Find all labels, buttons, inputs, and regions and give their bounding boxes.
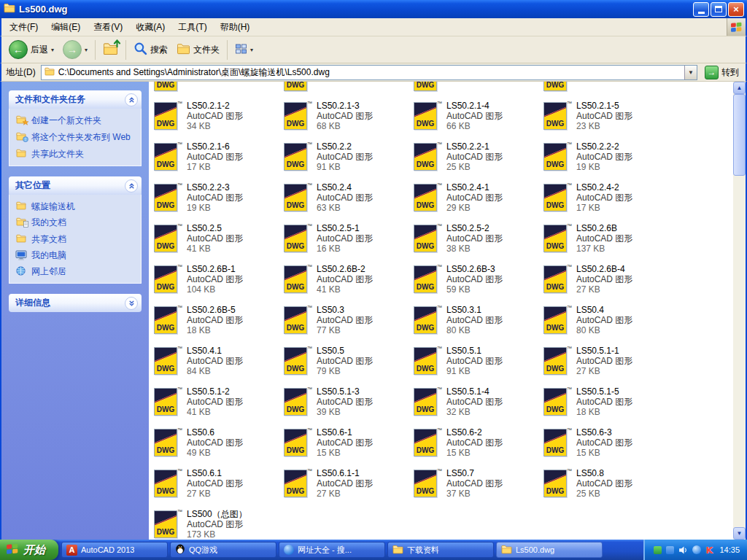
scroll-up-button[interactable]: ▲	[733, 82, 746, 94]
sidebar: 文件和文件夹任务创建一个新文件夹将这个文件夹发布到 Web共享此文件夹其它位置螺…	[1, 82, 149, 540]
network-tray-icon[interactable]	[692, 545, 701, 554]
sidebar-item[interactable]: 我的文档	[15, 217, 136, 228]
file-item[interactable]: DWG™LS50.5.1-3AutoCAD 图形39 KB	[283, 381, 413, 422]
file-item[interactable]: DWG™LS50.2.6B-5AutoCAD 图形18 KB	[153, 300, 283, 341]
volume-icon[interactable]	[678, 545, 688, 555]
taskbar-task-button[interactable]: Ls500.dwg	[496, 542, 603, 558]
sidebar-item[interactable]: 螺旋输送机	[15, 201, 136, 211]
taskbar-task-button[interactable]: AAutoCAD 2013	[61, 542, 168, 558]
up-button[interactable]	[99, 40, 122, 60]
file-item[interactable]: DWG™LS50.2.4-1AutoCAD 图形29 KB	[413, 177, 543, 218]
file-item[interactable]: DWG™LS50.6-1AutoCAD 图形15 KB	[283, 422, 413, 463]
forward-button[interactable]: → ▾	[59, 38, 91, 61]
file-item[interactable]: DWG™LS50.2.2-2AutoCAD 图形19 KB	[543, 136, 673, 177]
menu-item[interactable]: 编辑(E)	[44, 18, 87, 36]
file-item[interactable]: DWG™LS50.5.1-1AutoCAD 图形27 KB	[543, 341, 673, 381]
partial-file-item[interactable]: DWG™	[413, 82, 543, 92]
file-item[interactable]: DWG™LS50.6AutoCAD 图形49 KB	[153, 422, 283, 463]
blue-app-icon[interactable]	[666, 546, 674, 554]
sidebar-item[interactable]: 共享此文件夹	[15, 149, 136, 159]
file-item[interactable]: DWG™LS50.2.5-1AutoCAD 图形16 KB	[283, 218, 413, 259]
file-item[interactable]: DWG™LS50.6-3AutoCAD 图形15 KB	[543, 422, 673, 463]
file-item[interactable]: DWG™LS50.2.6B-2AutoCAD 图形41 KB	[283, 259, 413, 300]
sidebar-section-header[interactable]: 文件和文件夹任务	[9, 90, 142, 109]
sidebar-item[interactable]: 共享文档	[15, 234, 136, 244]
taskbar-task-button[interactable]: QQ游戏	[170, 542, 276, 558]
menu-item[interactable]: 文件(F)	[3, 18, 44, 36]
scroll-down-button[interactable]: ▼	[733, 527, 746, 540]
sidebar-item[interactable]: 创建一个新文件夹	[15, 115, 136, 126]
folders-button[interactable]: 文件夹	[173, 41, 223, 59]
menu-item[interactable]: 查看(V)	[87, 18, 129, 36]
partial-file-item[interactable]: DWG™	[283, 82, 413, 92]
file-type: AutoCAD 图形	[446, 315, 503, 325]
partial-file-item[interactable]: DWG™	[153, 82, 283, 92]
file-item[interactable]: DWG™LS50.2.4-2AutoCAD 图形17 KB	[543, 177, 673, 218]
file-item[interactable]: DWG™LS50.2.2-3AutoCAD 图形19 KB	[153, 177, 283, 218]
menu-item[interactable]: 工具(T)	[171, 18, 213, 36]
file-item[interactable]: DWG™LS50.4AutoCAD 图形80 KB	[543, 300, 673, 341]
k-app-icon[interactable]: K	[705, 545, 713, 556]
file-item[interactable]: DWG™LS50.2.1-6AutoCAD 图形17 KB	[153, 136, 283, 177]
file-type: AutoCAD 图形	[317, 152, 373, 162]
file-item[interactable]: DWG™LS50.4.1AutoCAD 图形84 KB	[153, 341, 283, 381]
sidebar-item[interactable]: 我的电脑	[15, 250, 136, 260]
file-item[interactable]: DWG™LS50.2.6B-1AutoCAD 图形104 KB	[153, 259, 283, 300]
file-item[interactable]: DWG™LS50.5.1-4AutoCAD 图形32 KB	[413, 381, 543, 422]
sidebar-section-title: 文件和文件夹任务	[15, 93, 85, 106]
start-button[interactable]: 开始	[0, 540, 58, 560]
sidebar-section-header[interactable]: 其它位置	[9, 176, 142, 195]
file-type: AutoCAD 图形	[187, 111, 243, 121]
file-item[interactable]: DWG™LS50.7AutoCAD 图形37 KB	[413, 463, 543, 504]
file-item[interactable]: DWG™LS50.6.1-1AutoCAD 图形27 KB	[283, 463, 413, 504]
file-item[interactable]: DWG™LS50.6.1AutoCAD 图形27 KB	[153, 463, 283, 504]
file-item[interactable]: DWG™LS50.5.1-5AutoCAD 图形18 KB	[543, 381, 673, 422]
file-item[interactable]: DWG™LS50.8AutoCAD 图形25 KB	[543, 463, 673, 504]
file-text: LS50.2.1-6AutoCAD 图形17 KB	[187, 141, 243, 172]
file-item[interactable]: DWG™LS50.2.5-2AutoCAD 图形38 KB	[413, 218, 543, 259]
menu-item[interactable]: 收藏(A)	[129, 18, 171, 36]
file-item[interactable]: DWG™LS50.2.1-4AutoCAD 图形66 KB	[413, 96, 543, 136]
file-item[interactable]: DWG™LS50.2.1-5AutoCAD 图形23 KB	[543, 96, 673, 136]
minimize-button[interactable]	[693, 2, 709, 17]
file-size: 18 KB	[576, 407, 632, 417]
file-type: AutoCAD 图形	[317, 111, 373, 121]
file-item[interactable]: DWG™LS50.5.1AutoCAD 图形91 KB	[413, 341, 543, 381]
search-button[interactable]: 搜索	[130, 39, 171, 60]
file-item[interactable]: DWG™LS50.2.6BAutoCAD 图形137 KB	[543, 218, 673, 259]
partial-file-item[interactable]: DWG™	[543, 82, 673, 92]
file-item[interactable]: DWG™LS50.2.6B-3AutoCAD 图形59 KB	[413, 259, 543, 300]
scroll-thumb[interactable]	[733, 94, 746, 176]
file-item[interactable]: DWG™LS500（总图）AutoCAD 图形173 KB	[153, 504, 283, 540]
address-dropdown-button[interactable]: ▼	[684, 66, 697, 79]
file-item[interactable]: DWG™LS50.2.1-2AutoCAD 图形34 KB	[153, 96, 283, 136]
sidebar-item[interactable]: 将这个文件夹发布到 Web	[15, 132, 136, 143]
go-button[interactable]: → 转到	[701, 66, 743, 79]
file-item[interactable]: DWG™LS50.3AutoCAD 图形77 KB	[283, 300, 413, 341]
file-item[interactable]: DWG™LS50.2.2AutoCAD 图形91 KB	[283, 136, 413, 177]
file-item[interactable]: DWG™LS50.5AutoCAD 图形79 KB	[283, 341, 413, 381]
file-item[interactable]: DWG™LS50.2.4AutoCAD 图形63 KB	[283, 177, 413, 218]
file-item[interactable]: DWG™LS50.3.1AutoCAD 图形80 KB	[413, 300, 543, 341]
back-button[interactable]: ← 后退 ▾	[5, 38, 58, 61]
scroll-track[interactable]	[733, 94, 746, 527]
menu-item[interactable]: 帮助(H)	[214, 18, 257, 36]
taskbar-task-button[interactable]: 网址大全 - 搜...	[279, 542, 385, 558]
dwg-file-icon: DWG™	[153, 387, 181, 416]
file-item[interactable]: DWG™LS50.2.6B-4AutoCAD 图形27 KB	[543, 259, 673, 300]
green-app-icon[interactable]	[654, 546, 662, 554]
views-button[interactable]: ▾	[231, 41, 257, 59]
taskbar-task-button[interactable]: 下载资料	[387, 542, 494, 558]
file-item[interactable]: DWG™LS50.5.1-2AutoCAD 图形41 KB	[153, 381, 283, 422]
address-input[interactable]: C:\Documents and Settings\Administrator\…	[41, 65, 697, 80]
close-button[interactable]: ×	[728, 2, 744, 17]
sidebar-section-header[interactable]: 详细信息	[9, 294, 142, 312]
file-item[interactable]: DWG™LS50.6-2AutoCAD 图形15 KB	[413, 422, 543, 463]
vertical-scrollbar[interactable]: ▲ ▼	[733, 82, 746, 540]
file-item[interactable]: DWG™LS50.2.2-1AutoCAD 图形25 KB	[413, 136, 543, 177]
sidebar-item[interactable]: 网上邻居	[15, 266, 136, 276]
file-type: AutoCAD 图形	[187, 397, 243, 407]
file-item[interactable]: DWG™LS50.2.5AutoCAD 图形41 KB	[153, 218, 283, 259]
maximize-button[interactable]	[711, 2, 727, 17]
file-item[interactable]: DWG™LS50.2.1-3AutoCAD 图形68 KB	[283, 96, 413, 136]
